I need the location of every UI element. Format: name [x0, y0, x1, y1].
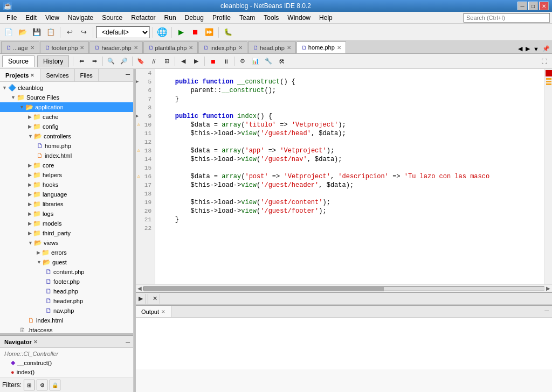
window-controls[interactable]: ─ □ ✕: [518, 2, 549, 10]
zoom-out-btn[interactable]: 🔎: [118, 55, 130, 67]
tools-btn-3[interactable]: 🔧: [263, 55, 274, 67]
tab-index-php[interactable]: 🗋 index.php ✕: [198, 41, 247, 53]
redo-button[interactable]: ↪: [77, 26, 90, 39]
editor-btn-2[interactable]: ➡: [88, 55, 100, 67]
root-arrow[interactable]: ▼: [2, 85, 7, 90]
menu-navigate[interactable]: Navigate: [64, 13, 98, 23]
left-panel-minimize[interactable]: ─: [122, 69, 133, 81]
third-party-arrow[interactable]: ▶: [28, 230, 32, 236]
tools-btn-1[interactable]: ⚙: [237, 55, 249, 67]
tree-index-html-ctrl[interactable]: 🗋 index.html: [0, 151, 133, 160]
editor-btn-1[interactable]: ⬅: [75, 55, 87, 67]
tree-header-php[interactable]: 🗋 header.php: [0, 296, 133, 306]
tree-views[interactable]: ▼ 📂 views: [0, 238, 133, 248]
tree-htaccess[interactable]: 🗎 .htaccess: [0, 325, 133, 333]
scroll-right-btn[interactable]: ▶: [544, 285, 552, 291]
tab-pin-button[interactable]: 📌: [541, 44, 551, 53]
tab-footer-close[interactable]: ✕: [80, 45, 84, 51]
tab-age-close[interactable]: ✕: [30, 45, 34, 51]
helpers-arrow[interactable]: ▶: [28, 172, 32, 178]
comment-btn[interactable]: //: [148, 55, 160, 67]
navigator-close[interactable]: ✕: [33, 339, 38, 345]
code-content[interactable]: public function __construct() { parent::…: [155, 69, 544, 284]
format-btn[interactable]: ⊞: [161, 55, 172, 67]
services-tab[interactable]: Services: [40, 69, 74, 81]
console-close-btn[interactable]: ✕: [150, 294, 160, 304]
tree-index-html-app[interactable]: 🗋 index.html: [0, 316, 133, 325]
menu-debug[interactable]: Debug: [181, 13, 208, 23]
navigator-tab[interactable]: Navigator ✕: [0, 337, 42, 347]
menu-tools[interactable]: Tools: [259, 13, 283, 23]
tree-root[interactable]: ▼ 🔷 cleanblog: [0, 83, 133, 93]
tab-age[interactable]: 🗋 ...age ✕: [1, 41, 39, 53]
output-close-btn[interactable]: ✕: [161, 309, 165, 314]
source-tab[interactable]: Source: [2, 55, 34, 67]
fold-icon-9[interactable]: ▶: [136, 112, 139, 121]
filter-btn-1[interactable]: ⊞: [24, 380, 34, 390]
menu-run[interactable]: Run: [160, 13, 181, 23]
menu-help[interactable]: Help: [315, 13, 337, 23]
filter-btn-3[interactable]: 🔒: [50, 380, 60, 390]
tree-source-files[interactable]: ▼ 📁 Source Files: [0, 93, 133, 102]
minimize-button[interactable]: ─: [518, 2, 527, 10]
tree-config[interactable]: ▶ 📁 config: [0, 122, 133, 131]
console-expand-btn[interactable]: ▶: [136, 294, 146, 304]
menu-file[interactable]: File: [2, 13, 21, 23]
tree-language[interactable]: ▶ 📁 language: [0, 190, 133, 199]
controllers-arrow[interactable]: ▼: [28, 134, 33, 139]
close-button[interactable]: ✕: [539, 2, 549, 10]
undo-button[interactable]: ↩: [63, 26, 76, 39]
tree-errors[interactable]: ▶ 📁 errors: [0, 248, 133, 257]
tree-logs[interactable]: ▶ 📁 logs: [0, 209, 133, 219]
open-file-button[interactable]: 📂: [16, 26, 29, 39]
tree-hooks[interactable]: ▶ 📁 hooks: [0, 180, 133, 190]
source-files-arrow[interactable]: ▼: [11, 95, 16, 100]
views-arrow[interactable]: ▼: [28, 240, 33, 246]
output-tab[interactable]: Output ✕: [136, 306, 171, 317]
run-test-btn[interactable]: ⏹: [207, 55, 219, 67]
projects-tab[interactable]: Projects ✕: [0, 69, 40, 81]
tab-header-close[interactable]: ✕: [134, 45, 138, 51]
tree-home-php[interactable]: 🗋 home.php: [0, 141, 133, 151]
menu-refactor[interactable]: Refactor: [127, 13, 160, 23]
tab-head-php[interactable]: 🗋 head.php ✕: [248, 41, 296, 53]
tree-core[interactable]: ▶ 📁 core: [0, 160, 133, 170]
tab-plantilla-close[interactable]: ✕: [189, 45, 193, 51]
tree-nav-php[interactable]: 🗋 nav.php: [0, 306, 133, 316]
stop-button[interactable]: ⏹: [189, 26, 202, 39]
tree-helpers[interactable]: ▶ 📁 helpers: [0, 170, 133, 180]
restore-button[interactable]: □: [528, 2, 538, 10]
tab-home-close[interactable]: ✕: [337, 45, 341, 51]
tab-prev-button[interactable]: ◀: [517, 44, 523, 53]
models-arrow[interactable]: ▶: [28, 221, 32, 226]
menu-edit[interactable]: Edit: [21, 13, 41, 23]
cache-arrow[interactable]: ▶: [28, 114, 32, 120]
fold-icon-5[interactable]: ▶: [136, 78, 139, 86]
expand-editor-btn[interactable]: ⛶: [538, 55, 550, 67]
diff-btn-2[interactable]: ▶: [190, 55, 202, 67]
logs-arrow[interactable]: ▶: [28, 211, 32, 216]
run-button[interactable]: ▶: [175, 26, 188, 39]
nav-item-index[interactable]: ● index(): [2, 367, 131, 376]
hooks-arrow[interactable]: ▶: [28, 182, 32, 187]
tree-libraries[interactable]: ▶ 📁 libraries: [0, 199, 133, 209]
tree-third-party[interactable]: ▶ 📁 third_party: [0, 228, 133, 238]
menu-source[interactable]: Source: [98, 13, 127, 23]
stop-test-btn[interactable]: ⏸: [220, 55, 232, 67]
guest-arrow[interactable]: ▼: [37, 260, 42, 265]
browser-icon[interactable]: 🌐: [156, 26, 169, 39]
zoom-in-btn[interactable]: 🔍: [105, 55, 117, 67]
tab-footer-php[interactable]: 🗋 footer.php ✕: [40, 41, 89, 53]
tree-footer-php[interactable]: 🗋 footer.php: [0, 277, 133, 286]
maximize-editor-icon[interactable]: ⛶: [538, 55, 550, 67]
application-arrow[interactable]: ▼: [19, 104, 24, 110]
menu-window[interactable]: Window: [283, 13, 315, 23]
tab-head-close[interactable]: ✕: [287, 45, 291, 51]
save-all-button[interactable]: 📋: [44, 26, 57, 39]
tree-controllers[interactable]: ▼ 📂 controllers: [0, 131, 133, 141]
scroll-left-btn[interactable]: ◀: [136, 285, 143, 291]
run-forward-button[interactable]: ⏩: [203, 26, 216, 39]
scroll-thumb[interactable]: [144, 287, 384, 291]
tab-header-php[interactable]: 🗋 header.php ✕: [89, 41, 142, 53]
search-input[interactable]: [464, 13, 550, 23]
